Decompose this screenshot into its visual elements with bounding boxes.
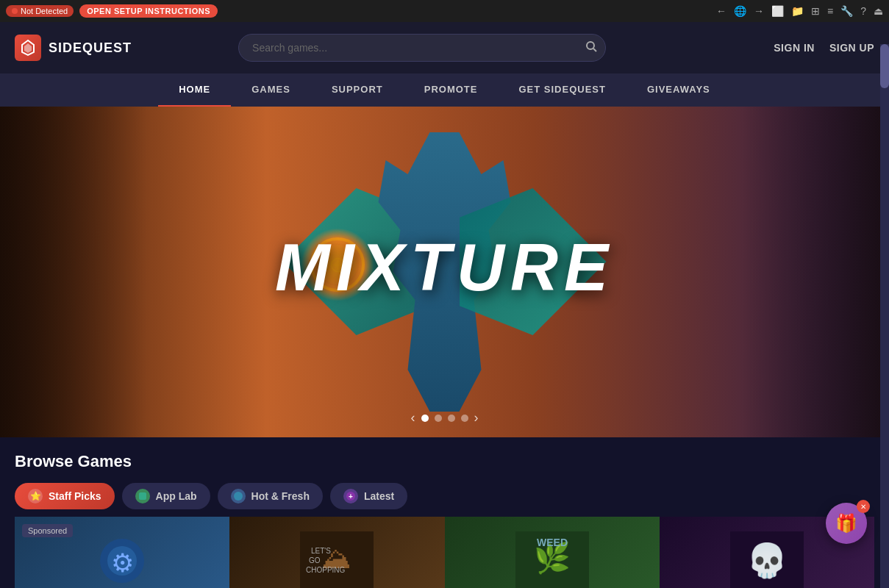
svg-marker-1 — [24, 43, 32, 53]
scrollbar[interactable] — [880, 44, 889, 588]
tab-hot-fresh[interactable]: Hot & Fresh — [218, 483, 323, 509]
game-card-3[interactable]: 🌿 WEED — [445, 517, 660, 588]
tab-app-lab[interactable]: App Lab — [122, 483, 210, 509]
app-lab-icon — [135, 489, 150, 503]
search-input[interactable] — [238, 34, 606, 62]
not-detected-label: Not Detected — [21, 7, 68, 15]
latest-icon: + — [343, 489, 358, 503]
tab-latest[interactable]: + Latest — [330, 483, 407, 509]
not-detected-badge: Not Detected — [6, 5, 74, 17]
logo-icon[interactable] — [15, 35, 41, 61]
game-thumbnails: ⚙ Sponsored ⛰ LET'S GO CHOPPING 🌿 — [15, 517, 874, 588]
svg-text:+: + — [349, 492, 353, 501]
carousel-dot-2[interactable] — [435, 415, 442, 422]
search-bar — [238, 34, 606, 62]
back-icon[interactable]: ← — [716, 5, 726, 17]
hero-left-decor — [0, 107, 147, 437]
svg-text:💀: 💀 — [746, 541, 788, 581]
system-bar: Not Detected OPEN SETUP INSTRUCTIONS ← 🌐… — [0, 0, 889, 22]
game-card-2-bg: ⛰ LET'S GO CHOPPING — [229, 517, 444, 588]
nav-item-get-sidequest[interactable]: GET SIDEQUEST — [498, 74, 626, 107]
svg-point-2 — [587, 42, 594, 49]
nav-bar: HOME GAMES SUPPORT PROMOTE GET SIDEQUEST… — [0, 74, 889, 107]
nav-item-giveaways[interactable]: GIVEAWAYS — [626, 74, 731, 107]
gift-close-button[interactable]: ✕ — [857, 500, 870, 513]
exit-icon[interactable]: ⏏ — [874, 5, 883, 17]
system-bar-left: Not Detected OPEN SETUP INSTRUCTIONS — [6, 4, 218, 18]
app-header: SIDEQUEST SIGN IN SIGN UP — [0, 22, 889, 74]
game-card-3-bg: 🌿 WEED — [445, 517, 660, 588]
hero-right-decor — [742, 107, 889, 437]
logo-area: SIDEQUEST — [15, 35, 147, 61]
help-icon[interactable]: ? — [860, 5, 866, 17]
wrench-icon[interactable]: 🔧 — [840, 5, 853, 17]
svg-text:CHOPPING: CHOPPING — [306, 566, 346, 574]
setup-instructions-button[interactable]: OPEN SETUP INSTRUCTIONS — [79, 4, 218, 18]
gift-button[interactable]: 🎁 ✕ — [826, 503, 867, 544]
svg-point-8 — [234, 492, 243, 501]
carousel-dot-1[interactable] — [421, 415, 429, 422]
svg-text:WEED: WEED — [537, 537, 568, 548]
grid-icon[interactable]: ⊞ — [811, 5, 820, 17]
window-icon[interactable]: ⬜ — [771, 5, 784, 17]
carousel-dot-3[interactable] — [448, 415, 455, 422]
carousel-next[interactable]: › — [474, 410, 479, 426]
latest-label: Latest — [364, 490, 394, 502]
tab-staff-picks[interactable]: ⭐ Staff Picks — [15, 483, 115, 509]
app-lab-label: App Lab — [156, 490, 197, 502]
not-detected-dot — [12, 8, 18, 14]
gift-icon: 🎁 — [835, 513, 857, 534]
hero-banner: ⊕ MIXTURE ‹ › — [0, 107, 889, 437]
nav-item-promote[interactable]: PROMOTE — [404, 74, 499, 107]
nav-item-games[interactable]: GAMES — [231, 74, 311, 107]
svg-text:GO: GO — [309, 556, 321, 564]
search-button[interactable] — [585, 40, 597, 55]
sponsored-badge: Sponsored — [22, 524, 73, 537]
game-card-2[interactable]: ⛰ LET'S GO CHOPPING — [229, 517, 444, 588]
globe-icon[interactable]: 🌐 — [734, 5, 746, 17]
nav-item-home[interactable]: HOME — [158, 74, 231, 107]
hot-fresh-label: Hot & Fresh — [251, 490, 310, 502]
browse-section: Browse Games ⭐ Staff Picks App Lab Hot &… — [0, 437, 889, 588]
close-icon: ✕ — [860, 503, 866, 511]
scrollbar-thumb[interactable] — [880, 44, 889, 88]
sign-up-button[interactable]: SIGN UP — [829, 42, 874, 54]
forward-icon[interactable]: → — [754, 5, 764, 17]
sign-in-button[interactable]: SIGN IN — [774, 42, 815, 54]
header-actions: SIGN IN SIGN UP — [774, 42, 874, 54]
category-tabs: ⭐ Staff Picks App Lab Hot & Fresh + Late… — [15, 483, 874, 509]
game-card-1[interactable]: ⚙ Sponsored — [15, 517, 229, 588]
browse-title: Browse Games — [15, 452, 874, 471]
svg-text:⚙: ⚙ — [111, 548, 134, 577]
hot-fresh-icon — [231, 489, 246, 503]
folder-icon[interactable]: 📁 — [791, 5, 804, 17]
nav-item-support[interactable]: SUPPORT — [311, 74, 404, 107]
svg-rect-7 — [139, 492, 146, 500]
hero-game-title: MIXTURE — [275, 230, 614, 306]
carousel-prev[interactable]: ‹ — [411, 410, 415, 426]
menu-icon[interactable]: ≡ — [827, 5, 833, 17]
svg-line-3 — [593, 49, 596, 51]
logo-text: SIDEQUEST — [49, 40, 132, 56]
carousel-dots: ‹ › — [411, 410, 479, 426]
system-bar-right: ← 🌐 → ⬜ 📁 ⊞ ≡ 🔧 ? ⏏ — [716, 5, 883, 17]
svg-text:LET'S: LET'S — [311, 547, 331, 555]
carousel-dot-4[interactable] — [461, 415, 468, 422]
staff-picks-label: Staff Picks — [49, 490, 101, 502]
staff-picks-icon: ⭐ — [28, 489, 43, 503]
